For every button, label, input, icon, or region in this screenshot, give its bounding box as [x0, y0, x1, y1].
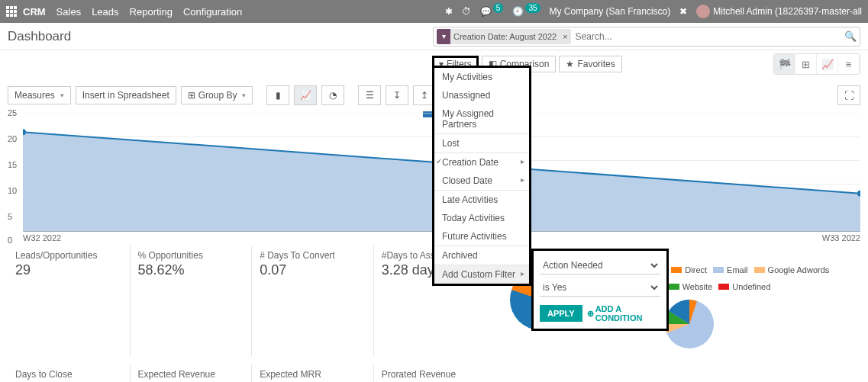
custom-filter-operator[interactable]: is Yes: [540, 279, 660, 297]
filter-future[interactable]: Future Activities: [434, 227, 529, 246]
kpi-leads: Leads/Opportunities29: [8, 246, 130, 357]
page-title: Dashboard: [8, 29, 71, 44]
view-list-icon[interactable]: ≡: [838, 54, 860, 74]
facet-text: Creation Date: August 2022: [450, 32, 560, 41]
kpi-expected-revenue: Expected Revenue$ 265.20k: [130, 364, 252, 382]
apply-button[interactable]: APPLY: [540, 305, 582, 322]
search-bar[interactable]: ▾ Creation Date: August 2022 × 🔍: [433, 27, 860, 47]
systray-clock-icon[interactable]: ⏱: [462, 6, 471, 17]
messages-badge: 5: [493, 3, 504, 13]
kpi-days-close: Days to Close4.14 days: [8, 364, 130, 382]
y-tick: 15: [8, 160, 17, 169]
chart-pie-icon[interactable]: ◔: [321, 85, 344, 105]
chart-line-icon[interactable]: 📈: [294, 85, 317, 105]
systray-activities-icon[interactable]: 🕘35: [512, 6, 540, 17]
filter-lost[interactable]: Lost: [434, 133, 529, 152]
filter-today[interactable]: Today Activities: [434, 209, 529, 227]
facet-remove[interactable]: ×: [560, 32, 570, 41]
stacked-icon[interactable]: ☰: [358, 85, 381, 105]
favorites-button[interactable]: ★ Favorites: [559, 56, 621, 72]
x-tick: W32 2022: [23, 233, 61, 242]
filter-unassigned[interactable]: Unassigned: [434, 86, 529, 104]
filter-add-custom[interactable]: Add Custom Filter: [434, 265, 529, 284]
legend-item[interactable]: Google Adwords: [754, 265, 830, 274]
y-tick: 0: [8, 236, 12, 245]
systray-tools-icon[interactable]: ✖: [679, 6, 687, 17]
sort-desc-icon[interactable]: ↧: [386, 85, 408, 105]
company-switcher[interactable]: My Company (San Francisco): [550, 6, 671, 17]
kpi-prorated-revenue: Prorated Revenue$ 123.59k: [373, 364, 495, 382]
avatar: [696, 5, 710, 18]
y-tick: 25: [8, 108, 17, 117]
legend-item[interactable]: Direct: [671, 265, 707, 274]
view-switcher: 🏁 ⊞ 📈 ≡: [773, 53, 860, 75]
filter-archived[interactable]: Archived: [434, 246, 529, 265]
filter-creation-date[interactable]: Creation Date: [434, 152, 529, 172]
filter-my-partners[interactable]: My Assigned Partners: [434, 104, 529, 133]
filter-late[interactable]: Late Activities: [434, 190, 529, 209]
nav-reporting[interactable]: Reporting: [130, 6, 173, 18]
custom-filter-field[interactable]: Action Needed: [540, 257, 660, 274]
y-tick: 5: [8, 212, 12, 221]
kpi-expected-mrr: Expected MRR$ 0.00: [251, 364, 373, 382]
fullscreen-icon[interactable]: ⛶: [837, 85, 860, 105]
groupby-button[interactable]: ⊞ Group By: [181, 86, 253, 104]
custom-filter-panel: Action Needed is Yes APPLY ⊕ADD A CONDIT…: [531, 249, 669, 331]
top-nav: CRM Sales Leads Reporting Configuration …: [0, 0, 868, 23]
view-dashboard-icon[interactable]: 🏁: [774, 54, 795, 74]
view-graph-icon[interactable]: 📈: [817, 54, 838, 74]
x-tick: W33 2022: [822, 233, 860, 242]
filter-icon: ▾: [437, 29, 450, 44]
kpi-pct-opp: % Opportunities58.62%: [130, 246, 252, 357]
apps-icon[interactable]: [6, 6, 17, 17]
legend-item[interactable]: Email: [713, 265, 748, 274]
legend-item[interactable]: Undefined: [718, 282, 770, 291]
user-menu[interactable]: Mitchell Admin (18226397-master-all: [696, 5, 862, 18]
measures-button[interactable]: Measures: [8, 86, 71, 104]
control-panel: Dashboard ▾ Creation Date: August 2022 ×…: [0, 23, 868, 50]
search-input[interactable]: [571, 31, 857, 42]
y-tick: 10: [8, 186, 17, 195]
insert-spreadsheet-button[interactable]: Insert in Spreadsheet: [76, 86, 176, 104]
brand[interactable]: CRM: [23, 6, 46, 18]
filters-dropdown: My Activities Unassigned My Assigned Par…: [432, 66, 531, 286]
kpi-days-convert: # Days To Convert0.07: [251, 246, 373, 357]
nav-leads[interactable]: Leads: [92, 6, 118, 18]
nav-sales[interactable]: Sales: [56, 6, 82, 18]
legend-item[interactable]: Website: [669, 282, 713, 291]
nav-configuration[interactable]: Configuration: [183, 6, 242, 18]
activities-badge: 35: [525, 3, 540, 13]
systray-star-icon[interactable]: ✱: [445, 6, 453, 17]
user-name: Mitchell Admin (18226397-master-all: [713, 6, 862, 17]
search-icon[interactable]: 🔍: [844, 30, 857, 42]
view-pivot-icon[interactable]: ⊞: [795, 54, 817, 74]
filter-my-activities[interactable]: My Activities: [434, 68, 529, 86]
chart-bar-icon[interactable]: ▮: [266, 85, 289, 105]
systray-messages-icon[interactable]: 💬5: [480, 6, 504, 17]
filter-closed-date[interactable]: Closed Date: [434, 172, 529, 190]
add-condition-button[interactable]: ⊕ADD A CONDITION: [587, 304, 660, 323]
y-tick: 20: [8, 134, 17, 143]
plus-icon: ⊕: [587, 309, 594, 319]
search-facet: ▾ Creation Date: August 2022 ×: [437, 29, 571, 44]
